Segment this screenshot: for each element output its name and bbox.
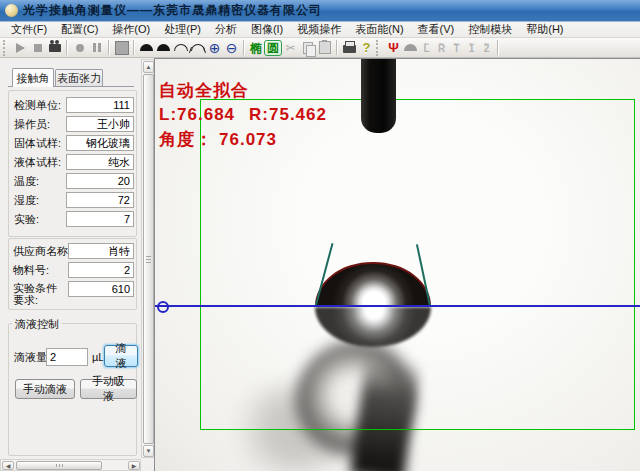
separator bbox=[336, 40, 338, 55]
angle-top-tool-icon[interactable]: ~T bbox=[449, 42, 464, 51]
condition-field[interactable] bbox=[68, 281, 134, 297]
left-arrow-icon: ◀ bbox=[6, 462, 11, 469]
temperature-field[interactable] bbox=[66, 173, 134, 189]
app-window: 光学接触角测量仪——东莞市晟鼎精密仪器有限公司 文件(F) 配置(C) 操作(O… bbox=[0, 0, 640, 471]
supplier-field[interactable] bbox=[68, 243, 134, 259]
detection-unit-field[interactable] bbox=[66, 97, 134, 113]
panel-horizontal-scrollbar[interactable]: ◀ ▶ bbox=[0, 459, 141, 471]
print-icon[interactable] bbox=[341, 39, 358, 56]
frame-stop-button[interactable] bbox=[113, 39, 130, 56]
down-arrow-icon: ▼ bbox=[146, 448, 152, 454]
tab-surface-tension[interactable]: 表面张力 bbox=[55, 69, 103, 87]
record-button[interactable] bbox=[71, 39, 88, 56]
fit-method-text: 自动全拟合 bbox=[159, 82, 249, 100]
settings-panel: 接触角 表面张力 检测单位: 操作员: 固体试样: 液体试样: 温度: 湿度: … bbox=[0, 58, 140, 459]
menu-help[interactable]: 帮助(H) bbox=[519, 21, 570, 38]
menu-video[interactable]: 视频操作 bbox=[290, 21, 348, 38]
help-icon[interactable]: ? bbox=[358, 39, 375, 56]
operator-field[interactable] bbox=[66, 116, 134, 132]
angle-label: 角度： bbox=[159, 131, 213, 149]
baseline[interactable] bbox=[155, 305, 640, 307]
play-button[interactable] bbox=[12, 39, 29, 56]
menu-image[interactable]: 图像(I) bbox=[244, 21, 290, 38]
cut-icon[interactable]: ✂ bbox=[282, 39, 299, 56]
field-label: 湿度: bbox=[14, 194, 39, 206]
menu-file[interactable]: 文件(F) bbox=[4, 21, 54, 38]
solid-sample-field[interactable] bbox=[66, 135, 134, 151]
pause-button[interactable] bbox=[88, 39, 105, 56]
separator bbox=[108, 40, 110, 55]
camera-view: 自动全拟合 L:76.684 R:75.462 角度： 76.073 bbox=[154, 58, 640, 471]
panel-vertical-scrollbar[interactable]: ▲ ▼ bbox=[141, 59, 154, 458]
up-arrow-icon: ▲ bbox=[146, 64, 152, 70]
field-label: 固体试样: bbox=[14, 137, 61, 149]
drop-volume-field[interactable] bbox=[46, 348, 88, 366]
baseline-circle-icon[interactable]: ⊖ bbox=[223, 39, 240, 56]
scrollbar-corner bbox=[141, 459, 154, 471]
gray-dome-icon[interactable] bbox=[402, 39, 419, 56]
window-title: 光学接触角测量仪——东莞市晟鼎精密仪器有限公司 bbox=[23, 2, 322, 19]
menu-config[interactable]: 配置(C) bbox=[54, 21, 105, 38]
thumb-grip bbox=[59, 464, 60, 467]
angle-left-tool-icon[interactable]: ~L bbox=[419, 42, 434, 51]
separator bbox=[66, 40, 68, 55]
humidity-field[interactable] bbox=[66, 192, 134, 208]
contact-angle-outline-icon[interactable] bbox=[172, 39, 189, 56]
field-label: 操作员: bbox=[14, 118, 50, 130]
toolbar-grip bbox=[3, 40, 9, 56]
field-label: 温度: bbox=[14, 175, 39, 187]
manual-drop-button[interactable]: 手动滴液 bbox=[15, 379, 75, 399]
right-arrow-icon: ▶ bbox=[132, 462, 137, 469]
material-no-field[interactable] bbox=[68, 262, 134, 278]
angle-value: 76.073 bbox=[219, 131, 277, 149]
circle-fit-button[interactable]: 圆 bbox=[264, 40, 282, 56]
manual-suck-button[interactable]: 手动吸液 bbox=[80, 379, 137, 399]
mean-angle-text: 角度： 76.073 bbox=[159, 131, 277, 149]
liquid-sample-field[interactable] bbox=[66, 154, 134, 170]
thumb-grip bbox=[146, 259, 151, 260]
paste-icon[interactable] bbox=[316, 39, 333, 56]
scroll-thumb[interactable] bbox=[143, 74, 154, 444]
scroll-up-button[interactable]: ▲ bbox=[143, 61, 154, 73]
angle-right-tool-icon[interactable]: ~R bbox=[434, 42, 449, 51]
contact-angle-tangent-icon[interactable] bbox=[189, 39, 206, 56]
experiment-field[interactable] bbox=[66, 211, 134, 227]
ellipse-fit-button[interactable]: 椭 bbox=[248, 41, 264, 55]
menu-view[interactable]: 查看(V) bbox=[411, 21, 462, 38]
tab-contact-angle[interactable]: 接触角 bbox=[12, 68, 54, 87]
menu-operate[interactable]: 操作(O) bbox=[105, 21, 157, 38]
stop-button[interactable] bbox=[29, 39, 46, 56]
angle-1-tool-icon[interactable]: ~1 bbox=[464, 42, 479, 51]
baseline-handle[interactable] bbox=[157, 301, 169, 313]
menu-process[interactable]: 处理(P) bbox=[157, 21, 208, 38]
field-label: 实验: bbox=[14, 213, 39, 225]
toolbar: ⊕ ⊖ 椭 圆 ✂ ? Ψ ~L ~R ~T ~1 ~2 bbox=[0, 38, 640, 58]
menu-control-module[interactable]: 控制模块 bbox=[461, 21, 519, 38]
scroll-down-button[interactable]: ▼ bbox=[143, 445, 154, 457]
menu-surface-energy[interactable]: 表面能(N) bbox=[348, 21, 410, 38]
angle-2-tool-icon[interactable]: ~2 bbox=[479, 42, 494, 51]
field-label: 供应商名称 bbox=[13, 245, 68, 257]
separator bbox=[243, 40, 245, 55]
drop-volume-label: 滴液量 bbox=[14, 351, 47, 363]
menu-analysis[interactable]: 分析 bbox=[208, 21, 244, 38]
menu-bar: 文件(F) 配置(C) 操作(O) 处理(P) 分析 图像(I) 视频操作 表面… bbox=[0, 22, 640, 38]
toolbar-grip bbox=[376, 40, 382, 56]
camera-capture-button[interactable] bbox=[46, 39, 63, 56]
contact-angle-filled-icon-2[interactable] bbox=[155, 39, 172, 56]
drop-button[interactable]: 滴液 bbox=[104, 345, 138, 367]
scroll-thumb[interactable] bbox=[16, 461, 102, 470]
app-icon bbox=[5, 4, 18, 17]
left-angle-value: L:76.684 bbox=[159, 106, 235, 124]
separator bbox=[497, 40, 499, 55]
dispensing-needle bbox=[361, 59, 396, 133]
scroll-left-button[interactable]: ◀ bbox=[2, 461, 14, 470]
drop-control-title: 滴液控制 bbox=[12, 317, 62, 332]
grab-tool-icon[interactable]: Ψ bbox=[385, 39, 402, 56]
contact-angle-filled-icon-1[interactable] bbox=[138, 39, 155, 56]
title-bar: 光学接触角测量仪——东莞市晟鼎精密仪器有限公司 bbox=[0, 0, 640, 22]
field-label: 检测单位: bbox=[14, 99, 61, 111]
crosshair-circle-icon[interactable]: ⊕ bbox=[206, 39, 223, 56]
scroll-right-button[interactable]: ▶ bbox=[128, 461, 140, 470]
copy-icon[interactable] bbox=[299, 39, 316, 56]
